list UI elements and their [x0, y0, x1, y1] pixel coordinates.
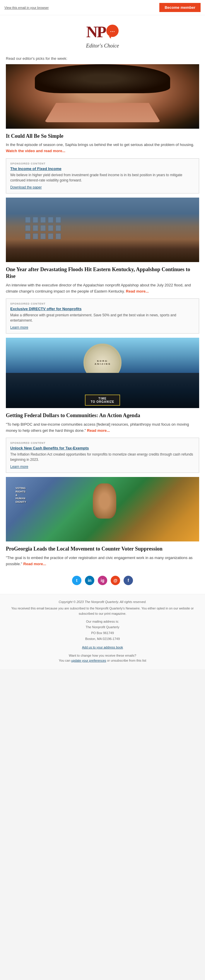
article-1-hair [35, 64, 170, 93]
article-4: VOTINGRIGHTS&HUMANDIGNITY ProGeorgia Lea… [6, 477, 199, 567]
sponsored-2-body: Make a difference with great premium ent… [10, 312, 195, 323]
footer-city: Boston, MA 02196-1749 [85, 637, 120, 641]
footer-or-text: or unsubscribe from this list [107, 659, 146, 662]
sponsored-3-label: SPONSORED CONTENT [10, 441, 195, 444]
article-3-read-more[interactable]: Read more... [87, 428, 110, 433]
footer-org-name: The Nonprofit Quarterly [86, 625, 119, 629]
article-3-clock-text: N·O·R·G·A·N·I·Z·I·N·G [95, 360, 110, 366]
footer-copyright: Copyright © 2023 The Nonprofit Quarterly… [6, 600, 199, 604]
sponsored-3-body: The Inflation Reduction Act created oppo… [10, 452, 195, 462]
article-2: One Year after Devastating Floods Hit Ea… [6, 197, 199, 294]
article-2-title: One Year after Devastating Floods Hit Ea… [6, 266, 199, 280]
sponsored-1-title[interactable]: The Income of Fixed Income [10, 167, 195, 171]
social-facebook-icon[interactable]: f [124, 576, 133, 585]
sponsored-3: SPONSORED CONTENT Unlock New Cash Benefi… [6, 438, 199, 473]
footer-received-text: You received this email because you are … [6, 606, 199, 616]
tagline: Editor's Choice [5, 43, 200, 49]
article-3-image: N·O·R·G·A·N·I·Z·I·N·G TIMETO ORGANIZE [6, 338, 199, 408]
footer-mailing-label: Our mailing address is: [86, 620, 119, 623]
view-browser-link[interactable]: View this email in your browser [5, 6, 49, 10]
social-email-icon[interactable]: @ [111, 576, 120, 585]
email-header: NP Editor's Choice [0, 15, 205, 52]
article-4-image: VOTINGRIGHTS&HUMANDIGNITY [6, 477, 199, 541]
article-2-body: An interview with the executive director… [6, 282, 199, 294]
sponsored-1: SPONSORED CONTENT The Income of Fixed In… [6, 158, 199, 194]
article-4-read-more[interactable]: Read more... [24, 562, 46, 566]
article-1-image [6, 64, 199, 129]
article-1-body: In the final episode of season one, Saph… [6, 142, 199, 154]
logo-np: NP [86, 24, 106, 40]
article-3-bottom: TIMETO ORGANIZE [6, 373, 199, 408]
sponsored-2-title[interactable]: Exclusive DIRECTV offer for Nonprofits [10, 307, 195, 311]
article-2-read-more[interactable]: Read more... [126, 289, 149, 293]
article-4-title: ProGeorgia Leads the Local Movement to C… [6, 546, 199, 552]
article-1-read-more[interactable]: Watch the video and read more... [6, 149, 65, 153]
sponsored-2-link[interactable]: Learn more [10, 325, 28, 329]
article-2-image [6, 197, 199, 262]
footer-add-address-link[interactable]: Add us to your address book [82, 646, 123, 649]
article-4-body: "The goal is to embed the practice of vo… [6, 555, 199, 567]
article-2-windows [25, 217, 61, 239]
social-twitter-icon[interactable]: t [72, 576, 81, 585]
footer-address: Our mailing address is: The Nonprofit Qu… [6, 619, 199, 642]
sponsored-1-body: We believe in higher yield derived from … [10, 172, 195, 183]
article-3-sign: TIMETO ORGANIZE [85, 395, 120, 406]
article-4-mural-text: VOTINGRIGHTS&HUMANDIGNITY [16, 487, 26, 504]
logo-area: NP [5, 21, 200, 43]
intro-text: Read our editor's picks for the week: [6, 56, 199, 61]
article-1-title: It Could All Be So Simple [6, 133, 199, 140]
article-3-body: "To help BIPOC and low-income communitie… [6, 422, 199, 434]
footer-po-box: PO Box 961749 [91, 631, 114, 635]
social-instagram-icon[interactable]: ig [98, 576, 107, 585]
email-wrapper: View this email in your browser Become m… [0, 0, 205, 669]
footer-bottom: Want to change how you receive these ema… [6, 653, 199, 663]
sponsored-2-label: SPONSORED CONTENT [10, 302, 195, 305]
main-content: Read our editor's picks for the week: It… [0, 52, 205, 594]
sponsored-3-title[interactable]: Unlock New Cash Benefits for Tax-Exempts [10, 446, 195, 450]
email-footer: Copyright © 2023 The Nonprofit Quarterly… [0, 594, 205, 669]
sponsored-3-link[interactable]: Learn more [10, 465, 28, 469]
sponsored-2: SPONSORED CONTENT Exclusive DIRECTV offe… [6, 298, 199, 334]
article-3-title: Getting Federal Dollars to Communities: … [6, 412, 199, 419]
footer-change-text: Want to change how you receive these ema… [69, 654, 136, 657]
top-bar: View this email in your browser Become m… [0, 0, 205, 15]
sponsored-1-link[interactable]: Download the paper [10, 185, 41, 189]
article-3: N·O·R·G·A·N·I·Z·I·N·G TIMETO ORGANIZE Ge… [6, 338, 199, 434]
sponsored-1-label: SPONSORED CONTENT [10, 162, 195, 165]
social-bar: t in ig @ f [6, 570, 199, 590]
footer-update-link[interactable]: update your preferences [71, 659, 106, 662]
article-1: It Could All Be So Simple In the final e… [6, 64, 199, 154]
logo-speech-bubble-icon [106, 25, 119, 37]
social-linkedin-icon[interactable]: in [85, 576, 94, 585]
article-1-hands [44, 103, 161, 122]
become-member-button[interactable]: Become member [159, 3, 200, 12]
footer-update-text: You can [59, 659, 70, 662]
article-4-face [93, 484, 116, 519]
